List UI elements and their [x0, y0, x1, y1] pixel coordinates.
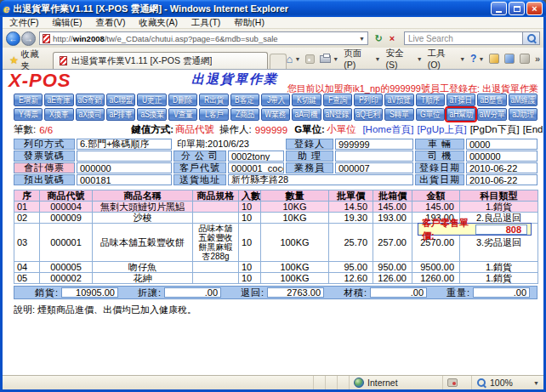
- feeds-icon[interactable]: [305, 54, 315, 64]
- nav-end-link[interactable]: [End尾頁]: [523, 123, 543, 136]
- voucher-field[interactable]: 000000: [77, 162, 172, 173]
- title-bar: e 出退貨單作業V1.11 [X-POS 雲通網] - Windows Inte…: [0, 0, 546, 17]
- vehicle-field[interactable]: 0000: [466, 139, 537, 150]
- btn-preview[interactable]: aV預覽: [384, 94, 413, 106]
- btn-voucher[interactable]: Y傳票: [14, 108, 43, 121]
- salesman-field[interactable]: 000007: [335, 162, 413, 173]
- btn-change-sales[interactable]: aS換業: [137, 108, 166, 121]
- search-placeholder: Live Search: [408, 34, 453, 43]
- btn-maintain[interactable]: aM維護: [509, 94, 537, 106]
- table-row[interactable]: 04 000005 吻仔魚 10 100KG 95.00 950.00 9500…: [14, 262, 538, 273]
- btn-print[interactable]: P列印: [354, 94, 383, 106]
- btn-transfer[interactable]: S轉單: [384, 108, 413, 121]
- btn-customer-order[interactable]: B客定: [230, 94, 259, 106]
- btn-add-new[interactable]: E增新: [14, 94, 43, 106]
- btn-change-vehicle[interactable]: X換車: [44, 108, 73, 121]
- menu-help[interactable]: 帮助(H): [227, 17, 271, 29]
- btn-driver[interactable]: aA司機: [292, 108, 321, 121]
- btn-assistant[interactable]: aJ助理: [509, 108, 537, 121]
- address-dropdown-icon[interactable]: ▼: [359, 36, 365, 42]
- new-tab-button[interactable]: [270, 54, 287, 69]
- refresh-button[interactable]: ↻: [372, 31, 385, 45]
- btn-switch-key[interactable]: K切鍵: [292, 94, 321, 106]
- discount-label: 折讓:: [118, 287, 164, 299]
- customer-field[interactable]: 000001 coco: [228, 162, 284, 173]
- address-input[interactable]: http://win2008/tw/e_CData/chutui.asp?pag…: [39, 31, 368, 45]
- page-dropdown-icon: ▼: [374, 56, 380, 62]
- ship-date-label: 出貨日期: [415, 174, 464, 185]
- btn-history[interactable]: aB歷售: [477, 94, 506, 106]
- btn-ship[interactable]: R出貨: [199, 94, 228, 106]
- zoom-level: 100%: [490, 378, 513, 388]
- btn-help[interactable]: aH幫助: [446, 108, 475, 121]
- table-row-selected[interactable]: 01 000004 無刺大頭鰱切片黑鯧 10 10KG 14.50 145.00…: [14, 202, 538, 213]
- menu-view[interactable]: 查看(V): [88, 17, 132, 29]
- search-input[interactable]: Live Search: [404, 31, 523, 45]
- nav-pgdn-link[interactable]: [PgDn下頁]: [470, 123, 520, 136]
- preout-field[interactable]: 000181: [77, 174, 172, 185]
- btn-unit[interactable]: G單位: [416, 108, 445, 121]
- btn-split[interactable]: aW分單: [477, 108, 506, 121]
- reg-date-field[interactable]: 2010-06-22: [466, 162, 537, 173]
- back-button[interactable]: ←: [6, 31, 20, 46]
- stop-button[interactable]: ×: [385, 31, 399, 45]
- btn-deposit-store[interactable]: aE寄庫: [44, 94, 73, 106]
- nav-home-link[interactable]: [Home首頁]: [362, 123, 413, 136]
- btn-business[interactable]: W業務: [261, 108, 290, 121]
- menu-edit[interactable]: 编辑(E): [45, 17, 88, 29]
- tools-menu[interactable]: 工具(O)▼: [428, 48, 465, 70]
- url-host: win2008: [73, 34, 105, 43]
- menu-favorites[interactable]: 收藏夹(A): [132, 17, 185, 29]
- btn-margin[interactable]: aQ毛利: [354, 108, 383, 121]
- btn-consignment[interactable]: aG寄銷: [76, 94, 105, 106]
- extra-tool-icon-1[interactable]: [489, 54, 499, 64]
- extra-tool-icon-3[interactable]: [520, 54, 530, 64]
- toolbar-row-2: Y傳票 X換車 aX換司 aP排車 aS換業 V查量 L客戶 Z商品 W業務 a…: [14, 108, 537, 122]
- extra-tool-icon-2[interactable]: [504, 54, 515, 64]
- menu-tools[interactable]: 工具(T): [185, 17, 227, 29]
- print-button[interactable]: ▼: [320, 55, 338, 63]
- btn-login[interactable]: aN登錄: [323, 108, 352, 121]
- search-button[interactable]: [523, 31, 540, 45]
- safety-menu[interactable]: 安全(S)▼: [385, 48, 422, 70]
- assistant-field[interactable]: [335, 151, 413, 162]
- address-bar: ← → http://win2008/tw/e_CData/chutui.asp…: [3, 29, 543, 48]
- btn-change-driver[interactable]: aX換司: [76, 108, 105, 121]
- login-user-field[interactable]: 999999: [335, 139, 413, 150]
- window-frame-left: [0, 17, 3, 389]
- btn-customer[interactable]: L客戶: [199, 108, 228, 121]
- btn-import[interactable]: J帶入: [261, 94, 290, 106]
- branch-field[interactable]: 0002tony: [228, 151, 284, 162]
- active-tab[interactable]: 出退貨單作業V1.11 [X-POS 雲通網]: [53, 52, 268, 69]
- maximize-button[interactable]: [509, 2, 525, 15]
- btn-delete[interactable]: D刪除: [168, 94, 197, 106]
- home-button[interactable]: ⌂▼: [287, 54, 301, 65]
- btn-order[interactable]: T順序: [416, 94, 445, 106]
- status-message-pane: [3, 376, 302, 389]
- print-mode-field[interactable]: 6.部門+條碼順序: [77, 139, 172, 150]
- btn-check-qty[interactable]: V查量: [168, 108, 197, 121]
- overflow-chevron-icon[interactable]: »: [535, 54, 540, 64]
- invoice-field[interactable]: [77, 151, 172, 162]
- btn-correct[interactable]: U更正: [137, 94, 166, 106]
- internet-globe-icon: [354, 378, 364, 388]
- favorites-button[interactable]: ★ 收藏夹: [4, 52, 53, 69]
- btn-alliance[interactable]: aC聯盟: [106, 94, 135, 106]
- home-icon: ⌂: [287, 54, 293, 65]
- table-row[interactable]: 05 000002 花紳 10 100KG 12.60 126.00 1260.…: [14, 273, 538, 284]
- nav-pgup-link[interactable]: [PgUp上頁]: [417, 123, 466, 136]
- btn-product[interactable]: Z商品: [230, 108, 259, 121]
- driver-field[interactable]: 000000: [466, 151, 537, 162]
- btn-op-date[interactable]: aT操日: [446, 94, 475, 106]
- zoom-control[interactable]: 100% ▼: [472, 376, 543, 389]
- ship-date-field[interactable]: 2010-06-22: [466, 174, 537, 185]
- minimize-button[interactable]: [491, 2, 507, 15]
- menu-file[interactable]: 文件(F): [3, 17, 45, 29]
- help-menu[interactable]: ?▼: [470, 53, 484, 65]
- btn-dispatch[interactable]: aP排車: [106, 108, 135, 121]
- page-menu[interactable]: 页面(P)▼: [344, 48, 380, 70]
- btn-query[interactable]: F查詢: [323, 94, 352, 106]
- forward-button[interactable]: →: [21, 31, 36, 46]
- close-button[interactable]: ×: [526, 2, 543, 15]
- delivery-address-field[interactable]: 新竹縣李路28: [228, 174, 413, 185]
